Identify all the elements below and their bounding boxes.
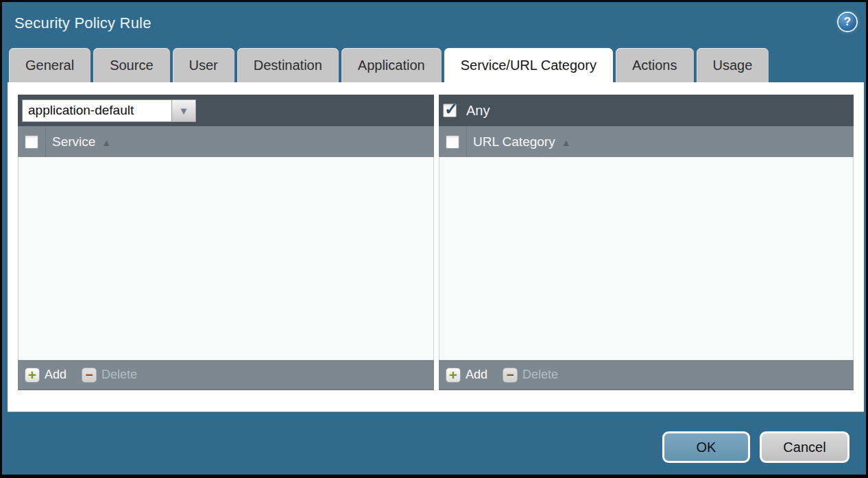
service-select-value[interactable]: application-default — [22, 99, 171, 122]
url-category-column-label-cell[interactable]: URL Category ▲ — [467, 126, 571, 157]
delete-minus-icon: − — [82, 368, 97, 383]
url-category-header-checkbox-cell — [439, 126, 467, 157]
service-column-label: Service — [52, 134, 95, 150]
cancel-button[interactable]: Cancel — [760, 431, 849, 463]
tab-destination[interactable]: Destination — [237, 48, 339, 83]
tab-source[interactable]: Source — [93, 48, 169, 83]
tab-user[interactable]: User — [173, 48, 234, 83]
url-category-header-checkbox[interactable] — [446, 135, 459, 149]
service-panel-footer: + Add − Delete — [18, 360, 434, 390]
add-plus-icon: + — [25, 368, 40, 383]
url-category-add-button[interactable]: + Add — [446, 368, 487, 383]
check-mark-icon: ✓ — [444, 99, 458, 119]
service-select[interactable]: application-default ▼ — [22, 99, 196, 122]
tab-content-area: application-default ▼ Service ▲ + Add − … — [8, 82, 864, 412]
service-add-button[interactable]: + Add — [25, 368, 67, 383]
tab-application[interactable]: Application — [341, 48, 442, 83]
service-header-checkbox-cell — [18, 126, 46, 157]
url-category-panel: ✓ Any URL Category ▲ + Add − Delete — [439, 95, 854, 390]
url-category-panel-footer: + Add − Delete — [439, 360, 854, 390]
ok-button[interactable]: OK — [662, 431, 750, 463]
url-category-list-body[interactable] — [439, 157, 854, 360]
delete-button-label: Delete — [101, 368, 137, 382]
delete-button-label: Delete — [522, 368, 558, 382]
service-panel-header: application-default ▼ — [18, 95, 434, 126]
url-category-delete-button[interactable]: − Delete — [503, 368, 558, 383]
service-panel: application-default ▼ Service ▲ + Add − … — [18, 95, 434, 390]
help-icon[interactable]: ? — [839, 13, 856, 31]
url-category-column-label: URL Category — [473, 134, 555, 150]
add-button-label: Add — [466, 368, 487, 382]
sort-ascending-icon[interactable]: ▲ — [562, 136, 571, 147]
tab-service-url-category[interactable]: Service/URL Category — [444, 48, 613, 83]
tab-actions[interactable]: Actions — [616, 48, 694, 83]
any-checkbox[interactable]: ✓ — [443, 104, 457, 117]
add-button-label: Add — [45, 368, 67, 382]
service-column-label-cell[interactable]: Service ▲ — [46, 126, 111, 157]
service-delete-button[interactable]: − Delete — [82, 368, 137, 383]
any-checkbox-label: Any — [466, 103, 490, 119]
tab-general[interactable]: General — [9, 48, 91, 83]
service-list-body[interactable] — [18, 157, 434, 360]
url-category-panel-header: ✓ Any — [439, 95, 854, 126]
sort-ascending-icon[interactable]: ▲ — [101, 136, 111, 147]
add-plus-icon: + — [446, 368, 461, 383]
service-header-checkbox[interactable] — [25, 135, 38, 149]
service-column-header: Service ▲ — [18, 126, 434, 157]
url-category-column-header: URL Category ▲ — [439, 126, 854, 157]
tab-usage[interactable]: Usage — [697, 48, 769, 83]
delete-minus-icon: − — [503, 368, 518, 383]
page-title: Security Policy Rule — [14, 14, 152, 32]
dropdown-arrow-icon[interactable]: ▼ — [171, 99, 196, 122]
tab-bar: General Source User Destination Applicat… — [9, 48, 769, 83]
